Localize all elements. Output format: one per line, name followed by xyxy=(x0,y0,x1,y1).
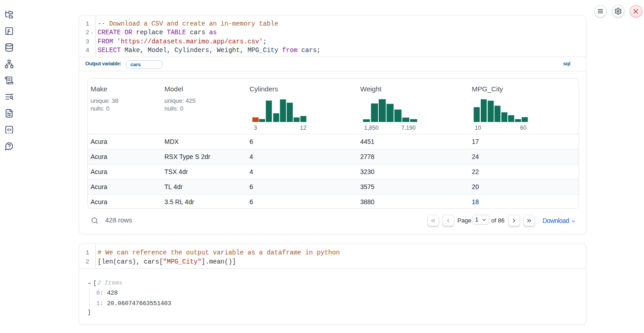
svg-text:7,190: 7,190 xyxy=(401,125,415,131)
svg-text:10: 10 xyxy=(475,125,481,131)
svg-text:60: 60 xyxy=(520,125,526,131)
svg-text:3: 3 xyxy=(254,125,257,131)
svg-text:12: 12 xyxy=(300,125,306,131)
svg-text:1,850: 1,850 xyxy=(364,125,378,131)
